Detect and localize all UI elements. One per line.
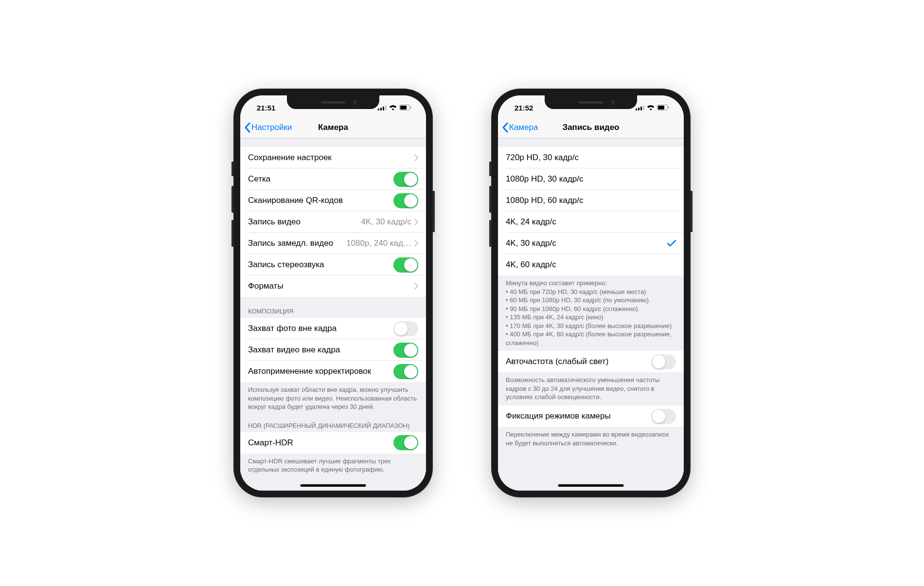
cell-label: Авточастота (слабый свет) xyxy=(506,357,651,366)
svg-rect-9 xyxy=(640,107,642,110)
row-record-slomo[interactable]: Запись замедл. видео 1080p, 240 кад… xyxy=(240,233,426,254)
cell-label: Фиксация режимов камеры xyxy=(506,411,651,421)
svg-rect-8 xyxy=(638,108,640,110)
section-footer-sizes: Минута видео составит примерно: 40 МБ пр… xyxy=(498,275,684,351)
switch-lock-camera[interactable] xyxy=(651,409,676,424)
svg-rect-6 xyxy=(410,107,411,109)
row-video-option[interactable]: 4K, 60 кадр/с xyxy=(498,254,684,275)
cell-label: Автоприменение корректировок xyxy=(248,366,393,376)
switch-video-outside[interactable] xyxy=(393,343,418,358)
notch xyxy=(287,95,379,109)
cell-label: Запись замедл. видео xyxy=(248,238,346,248)
cell-label: Смарт-HDR xyxy=(248,438,393,448)
chevron-left-icon xyxy=(502,122,508,133)
cell-label: Захват видео вне кадра xyxy=(248,345,393,355)
cell-label: 4K, 24 кадр/с xyxy=(506,217,676,227)
section-footer-composition: Используя захват области вне кадра, можн… xyxy=(240,382,426,415)
chevron-right-icon xyxy=(414,240,418,247)
section-footer-autofps: Возможность автоматического уменьшения ч… xyxy=(498,372,684,405)
svg-rect-0 xyxy=(378,109,379,110)
footer-bullet: 170 МБ при 4K, 30 кадр/с (более высокое … xyxy=(506,322,676,330)
switch-autocorrect[interactable] xyxy=(393,364,418,379)
row-preserve-settings[interactable]: Сохранение настроек xyxy=(240,147,426,168)
svg-rect-12 xyxy=(658,106,664,110)
switch-qr[interactable] xyxy=(393,193,418,208)
switch-photo-outside[interactable] xyxy=(393,321,418,336)
cell-label: Сканирование QR-кодов xyxy=(248,196,393,205)
row-video-option[interactable]: 4K, 24 кадр/с xyxy=(498,211,684,233)
iphone-left: 21:51 Настройки Камера Сохранение настро… xyxy=(233,89,433,497)
section-footer-lock: Переключение между камерами во время вид… xyxy=(498,427,684,451)
wifi-icon xyxy=(389,105,397,110)
section-header-composition: КОМПОЗИЦИЯ xyxy=(240,297,426,318)
svg-rect-1 xyxy=(380,108,382,110)
cellular-icon xyxy=(378,105,387,110)
switch-smart-hdr[interactable] xyxy=(393,435,418,450)
row-photo-outside-frame: Захват фото вне кадра xyxy=(240,318,426,339)
chevron-right-icon xyxy=(414,283,418,290)
home-indicator[interactable] xyxy=(558,484,624,487)
row-video-option[interactable]: 720p HD, 30 кадр/с xyxy=(498,147,684,168)
row-video-outside-frame: Захват видео вне кадра xyxy=(240,339,426,361)
switch-grid[interactable] xyxy=(393,172,418,187)
footer-bullet: 90 МБ при 1080p HD, 60 кадр/с (сглаженно… xyxy=(506,305,676,313)
page-title: Запись видео xyxy=(563,123,620,132)
row-video-option[interactable]: 4K, 30 кадр/с xyxy=(498,233,684,254)
back-label: Камера xyxy=(509,123,538,132)
cell-detail: 1080p, 240 кад… xyxy=(346,238,411,248)
svg-rect-13 xyxy=(668,107,669,109)
svg-rect-3 xyxy=(385,106,387,110)
footer-intro: Минута видео составит примерно: xyxy=(506,279,676,288)
cell-label: Захват фото вне кадра xyxy=(248,324,393,333)
cell-label: Сохранение настроек xyxy=(248,153,414,163)
status-time: 21:51 xyxy=(252,101,275,112)
footer-bullet: 400 МБ при 4K, 60 кадр/с (более высокое … xyxy=(506,330,676,347)
row-video-option[interactable]: 1080p HD, 30 кадр/с xyxy=(498,168,684,190)
page-title: Камера xyxy=(318,123,348,132)
row-formats[interactable]: Форматы xyxy=(240,275,426,297)
row-autocorrect: Автоприменение корректировок xyxy=(240,361,426,382)
cell-label: Форматы xyxy=(248,281,414,291)
section-header-hdr: HDR (РАСШИРЕННЫЙ ДИНАМИЧЕСКИЙ ДИАПАЗОН) xyxy=(240,415,426,432)
row-smart-hdr: Смарт-HDR xyxy=(240,432,426,454)
switch-auto-fps[interactable] xyxy=(651,354,676,369)
switch-stereo[interactable] xyxy=(393,257,418,273)
cell-label: 4K, 30 кадр/с xyxy=(506,238,667,248)
cell-label: 1080p HD, 30 кадр/с xyxy=(506,174,676,184)
row-video-option[interactable]: 1080p HD, 60 кадр/с xyxy=(498,190,684,211)
row-record-video[interactable]: Запись видео 4K, 30 кадр/с xyxy=(240,211,426,233)
battery-icon xyxy=(399,105,411,110)
back-button[interactable]: Настройки xyxy=(244,122,292,133)
svg-rect-2 xyxy=(383,107,384,110)
back-button[interactable]: Камера xyxy=(502,122,538,133)
home-indicator[interactable] xyxy=(301,484,366,487)
back-label: Настройки xyxy=(251,123,292,132)
cell-detail: 4K, 30 кадр/с xyxy=(361,217,411,227)
footer-bullet: 40 МБ при 720p HD, 30 кадр/с (меньше мес… xyxy=(506,288,676,296)
chevron-right-icon xyxy=(414,154,418,161)
chevron-left-icon xyxy=(244,122,250,133)
nav-bar: Камера Запись видео xyxy=(498,117,684,138)
cell-label: 1080p HD, 60 кадр/с xyxy=(506,196,676,205)
iphone-right: 21:52 Камера Запись видео 720p HD, 30 ка… xyxy=(491,89,691,497)
checkmark-icon xyxy=(667,240,676,247)
status-time: 21:52 xyxy=(510,101,533,112)
footer-bullet: 135 МБ при 4K, 24 кадр/с (кино) xyxy=(506,313,676,322)
battery-icon xyxy=(657,105,669,110)
footer-bullet: 60 МБ при 1080p HD, 30 кадр/с (по умолча… xyxy=(506,296,676,305)
nav-bar: Настройки Камера xyxy=(240,117,426,138)
svg-rect-10 xyxy=(643,106,644,110)
row-lock-camera: Фиксация режимов камеры xyxy=(498,405,684,427)
wifi-icon xyxy=(647,105,655,110)
row-auto-fps: Авточастота (слабый свет) xyxy=(498,351,684,372)
cell-label: Запись видео xyxy=(248,217,361,227)
notch xyxy=(545,95,637,109)
cellular-icon xyxy=(636,105,644,110)
cell-label: 4K, 60 кадр/с xyxy=(506,260,676,270)
svg-rect-5 xyxy=(400,106,407,110)
chevron-right-icon xyxy=(414,219,418,225)
cell-label: Запись стереозвука xyxy=(248,260,393,270)
svg-rect-7 xyxy=(636,109,637,110)
section-footer-hdr: Смарт-HDR смешивает лучшие фрагменты тре… xyxy=(240,454,426,478)
row-stereo: Запись стереозвука xyxy=(240,254,426,275)
